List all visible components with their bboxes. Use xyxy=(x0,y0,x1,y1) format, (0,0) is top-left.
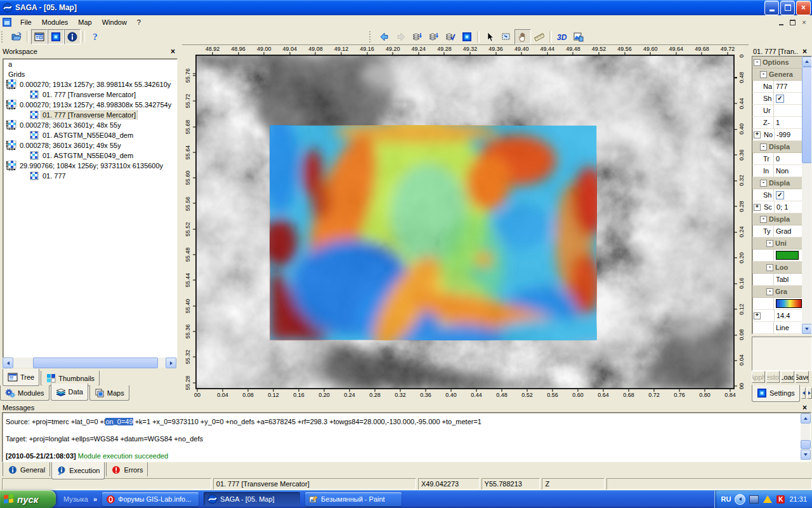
scroll-down-icon[interactable] xyxy=(801,450,811,460)
tab-data[interactable]: Data xyxy=(51,384,88,401)
property-category[interactable]: -Loo xyxy=(752,262,802,274)
expand-box-icon[interactable]: - xyxy=(760,216,767,223)
save-button[interactable]: Save xyxy=(796,371,809,383)
property-value[interactable]: Grad xyxy=(773,225,802,237)
workspace-toggle-button[interactable] xyxy=(31,29,48,44)
tab-modules[interactable]: Modules xyxy=(0,385,49,401)
property-value[interactable]: 777 xyxy=(773,81,802,92)
messages-tab-execution[interactable]: Execution xyxy=(51,462,105,479)
property-row[interactable]: Na777 xyxy=(752,81,802,93)
mode-measure-button[interactable] xyxy=(531,29,547,44)
property-row[interactable]: +No-999 xyxy=(752,129,802,141)
property-row[interactable]: Sh✓ xyxy=(752,93,802,105)
tree-item[interactable]: 29.990766; 1084x 1256y; 9373110x 6135600… xyxy=(3,161,177,171)
expand-box-icon[interactable]: - xyxy=(766,240,773,247)
property-row[interactable]: +Sc0; 1 xyxy=(752,201,802,213)
tray-device-icon[interactable] xyxy=(749,495,759,504)
property-row[interactable]: Ur xyxy=(752,105,802,117)
messages-toggle-button[interactable] xyxy=(64,29,81,44)
tree-item[interactable]: 0.000278; 3601x 3601y; 48x 55y xyxy=(3,120,177,130)
property-value[interactable]: 1 xyxy=(773,334,802,335)
zoom-selection-button[interactable] xyxy=(442,29,459,44)
property-category[interactable]: -Options xyxy=(752,57,802,69)
zoom-active-layer-button[interactable] xyxy=(426,29,442,44)
menu-item-help[interactable]: ? xyxy=(132,17,146,28)
property-value[interactable]: ✓ xyxy=(773,189,802,201)
taskbar-task[interactable]: Форумы GIS-Lab.info... xyxy=(102,492,199,506)
menu-item-map[interactable]: Map xyxy=(73,17,96,28)
load-button[interactable]: Load xyxy=(781,371,794,383)
property-value[interactable] xyxy=(773,298,802,309)
restore-button[interactable]: Restore xyxy=(766,371,780,383)
messages-tab-general[interactable]: General xyxy=(3,462,50,478)
save-image-button[interactable] xyxy=(570,29,587,44)
property-value[interactable]: 14.4 xyxy=(774,310,802,321)
tab-scroll-left-icon[interactable] xyxy=(801,387,806,399)
property-category[interactable]: -Displa xyxy=(752,141,802,153)
toolbar-grip[interactable] xyxy=(369,31,375,43)
tree-item[interactable]: 01. ASTGTM_N55E048_dem xyxy=(3,130,177,140)
property-row[interactable]: Z-1 xyxy=(752,117,802,129)
map-canvas[interactable] xyxy=(195,55,735,389)
scroll-right-icon[interactable] xyxy=(166,358,176,368)
start-button[interactable]: пуск xyxy=(0,490,56,508)
tray-warning-icon[interactable] xyxy=(763,495,772,504)
property-category[interactable]: -Gra xyxy=(752,286,802,298)
property-row[interactable]: Sh✓ xyxy=(752,189,802,201)
workspace-close-icon[interactable]: × xyxy=(168,47,178,56)
mode-select-button[interactable] xyxy=(481,29,498,44)
expand-box-icon[interactable]: - xyxy=(760,180,767,187)
tab-settings[interactable]: Settings xyxy=(752,385,800,402)
expand-box-icon[interactable]: - xyxy=(754,59,761,66)
scroll-up-icon[interactable] xyxy=(801,413,811,424)
menu-item-file[interactable]: File xyxy=(15,17,37,28)
scroll-down-icon[interactable] xyxy=(802,324,812,334)
expand-box-icon[interactable]: - xyxy=(766,264,773,271)
expand-box-icon[interactable]: - xyxy=(760,144,767,150)
mode-zoom-button[interactable] xyxy=(498,29,514,44)
property-row[interactable]: 1 xyxy=(752,334,802,335)
property-value[interactable]: 1 xyxy=(773,117,802,128)
property-value[interactable]: -999 xyxy=(774,129,802,140)
tab-maps[interactable]: Maps xyxy=(89,385,129,401)
quicklaunch-label[interactable]: Музыка xyxy=(63,495,88,503)
zoom-full-button[interactable] xyxy=(409,29,426,44)
property-category[interactable]: -Displa xyxy=(752,213,802,225)
window-restore-button[interactable] xyxy=(780,1,795,15)
tree-item[interactable]: 0.000270; 1913x 1257y; 38.998114x 55.342… xyxy=(3,79,177,90)
property-row[interactable]: +14.4 xyxy=(752,310,802,322)
mode-pan-button[interactable] xyxy=(514,29,531,44)
property-category[interactable]: -Genera xyxy=(752,69,802,81)
expand-box-icon[interactable]: - xyxy=(766,288,773,295)
property-value[interactable]: Line xyxy=(773,322,802,333)
expand-box-icon[interactable]: - xyxy=(760,71,767,78)
property-row[interactable]: Tr0 xyxy=(752,153,802,165)
help-button[interactable]: ? xyxy=(87,29,103,44)
tree-item[interactable]: 01. 777 [Transverse Mercator] xyxy=(3,110,177,120)
checkbox-checked[interactable]: ✓ xyxy=(776,191,784,199)
property-value[interactable] xyxy=(773,250,802,261)
menu-item-window[interactable]: Window xyxy=(97,17,132,28)
property-value[interactable]: 0 xyxy=(773,153,802,164)
property-row[interactable]: TyGrad xyxy=(752,225,802,237)
expand-box-icon[interactable]: + xyxy=(754,312,761,319)
taskbar-task[interactable]: Безымянный - Paint xyxy=(305,492,402,506)
checkbox-checked[interactable]: ✓ xyxy=(776,95,784,103)
tree-item[interactable]: 0.000278; 3601x 3601y; 49x 55y xyxy=(3,140,177,150)
scroll-thumb[interactable] xyxy=(801,440,811,449)
folder-open-button[interactable] xyxy=(8,29,25,44)
mdi-restore-button[interactable] xyxy=(787,18,798,27)
zoom-next-button[interactable] xyxy=(393,29,409,44)
language-indicator[interactable]: RU xyxy=(721,495,731,503)
property-row[interactable] xyxy=(752,298,802,310)
property-value[interactable]: ✓ xyxy=(773,93,802,104)
property-value[interactable] xyxy=(773,105,802,116)
scroll-thumb[interactable] xyxy=(33,358,158,368)
tree-item[interactable]: 01. 777 xyxy=(3,171,177,181)
properties-vscrollbar[interactable] xyxy=(802,57,811,334)
mdi-minimize-button[interactable] xyxy=(776,18,787,27)
menu-item-modules[interactable]: Modules xyxy=(37,17,74,28)
expand-box-icon[interactable]: + xyxy=(754,131,761,138)
window-close-button[interactable]: × xyxy=(796,1,811,15)
property-value[interactable]: 0; 1 xyxy=(774,201,802,213)
